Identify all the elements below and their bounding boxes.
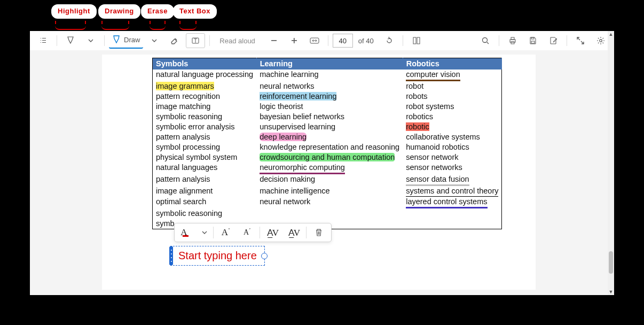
contents-icon (39, 36, 48, 45)
highlight-button[interactable] (61, 34, 80, 48)
spacing-increase-button[interactable]: A̲V (263, 226, 281, 239)
save-pen-icon (549, 36, 557, 45)
zoom-in-button[interactable] (285, 34, 303, 48)
font-decrease-button[interactable]: A˅ (238, 226, 256, 239)
cell: pattern recognition (153, 91, 257, 102)
svg-rect-2 (271, 40, 277, 41)
read-aloud-button[interactable]: Read aloud (219, 37, 255, 45)
page-number-input[interactable] (333, 34, 353, 48)
zoom-out-button[interactable] (265, 34, 283, 48)
page-view-button[interactable] (407, 34, 426, 48)
fullscreen-button[interactable] (571, 34, 590, 48)
viewer-toolbar: Draw T Read aloud of 40 (30, 31, 614, 51)
cell: reinforcement learning (256, 91, 403, 102)
search-button[interactable] (476, 34, 494, 48)
rotate-icon (385, 36, 394, 45)
cell: image grammars (153, 81, 257, 91)
gear-icon (596, 36, 605, 45)
save-button[interactable] (524, 34, 542, 48)
rotate-button[interactable] (380, 34, 398, 48)
svg-text:T: T (194, 38, 197, 44)
font-increase-button[interactable]: A˄ (217, 226, 235, 239)
minus-icon (270, 37, 278, 44)
settings-button[interactable] (592, 34, 610, 48)
svg-rect-7 (417, 37, 420, 44)
annotation-textbox-bubble: Text Box (173, 4, 217, 19)
cell: sensor networks (403, 162, 502, 174)
separator (306, 227, 307, 238)
cell: machine intelligence (256, 186, 403, 197)
cell: neuromorphic computing (256, 162, 403, 174)
separator (328, 35, 328, 46)
annotation-highlight-bubble: Highlight (51, 4, 97, 19)
separator (567, 35, 567, 46)
textbox-move-handle[interactable] (169, 246, 173, 265)
cell: collaborative systems (403, 132, 502, 142)
cell: sensor network (403, 152, 502, 162)
save-as-button[interactable] (544, 34, 562, 48)
annotation-erase-brace (150, 22, 166, 30)
font-color-button[interactable]: A (178, 226, 196, 239)
cell: symbolic error analysis (153, 122, 257, 132)
annotation-erase-bubble: Erase (141, 4, 174, 19)
draw-button[interactable]: Draw (109, 33, 143, 49)
textbox-container[interactable]: Start typing here (170, 246, 265, 266)
svg-point-14 (600, 40, 602, 42)
document-page: Symbols Learning Robotics natural langua… (102, 55, 536, 290)
draw-label: Draw (124, 36, 140, 44)
separator (57, 35, 57, 46)
save-icon (529, 36, 537, 45)
spacing-decrease-icon: A̲V (288, 227, 299, 238)
cell: computer vision (403, 69, 502, 81)
cell: symbol processing (153, 142, 257, 152)
scroll-down-button[interactable]: ▼ (608, 289, 614, 295)
chevron-down-icon (152, 38, 157, 43)
plus-icon (290, 37, 298, 44)
erase-button[interactable] (166, 34, 184, 48)
cell: robots (403, 91, 502, 102)
cell: optimal search (153, 197, 257, 208)
cell: humanoid robotics (403, 142, 502, 152)
cell: robotic (403, 122, 502, 132)
svg-rect-6 (413, 37, 416, 44)
spacing-decrease-button[interactable]: A̲V (285, 226, 303, 239)
data-table: Symbols Learning Robotics natural langua… (152, 58, 502, 229)
fit-width-icon (310, 37, 319, 44)
annotation-highlight-brace (55, 22, 86, 30)
cell (256, 208, 403, 219)
page-scroll-area[interactable]: Symbols Learning Robotics natural langua… (30, 50, 608, 295)
svg-point-8 (483, 38, 488, 43)
textbox-resize-handle[interactable] (261, 253, 268, 259)
separator (104, 35, 105, 46)
textbox-button[interactable]: T (186, 33, 205, 48)
table-header: Robotics (403, 58, 502, 70)
scroll-thumb[interactable] (609, 251, 613, 274)
cell: image matching (153, 102, 257, 112)
svg-rect-13 (531, 37, 534, 39)
cell: deep learning (256, 132, 403, 142)
annotation-drawing-bubble: Drawing (98, 4, 140, 19)
eraser-icon (170, 36, 179, 45)
cell: crowdsourcing and human computation (256, 152, 403, 162)
font-color-dropdown[interactable] (199, 226, 210, 239)
cell: symbolic reasoning (153, 112, 257, 122)
trash-icon (315, 228, 323, 237)
textbox-input[interactable]: Start typing here (170, 246, 265, 266)
cell: layered control systems (403, 197, 502, 208)
vertical-scrollbar[interactable]: ▲ ▼ (608, 31, 614, 295)
cell: sensor data fusion (403, 174, 502, 186)
textbox-icon: T (191, 36, 200, 45)
annotation-drawing-brace (101, 22, 129, 30)
cell: natural language processing (153, 69, 257, 81)
highlight-dropdown[interactable] (82, 34, 100, 48)
draw-dropdown[interactable] (145, 34, 163, 48)
print-button[interactable] (504, 34, 522, 48)
contents-button[interactable] (34, 34, 52, 48)
delete-textbox-button[interactable] (310, 226, 328, 239)
fit-width-button[interactable] (305, 34, 324, 48)
scroll-up-button[interactable]: ▲ (608, 31, 614, 37)
svg-rect-10 (511, 37, 514, 40)
table-header: Symbols (153, 58, 257, 70)
cell: image alignment (153, 186, 257, 197)
print-icon (508, 36, 517, 45)
